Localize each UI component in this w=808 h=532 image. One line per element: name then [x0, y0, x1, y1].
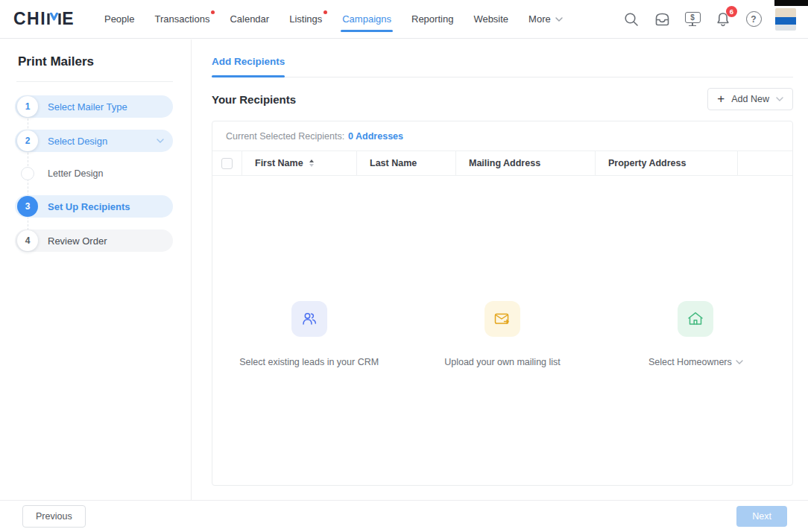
column-header-mailing-address: Mailing Address	[456, 151, 596, 175]
selected-recipients-info: Current Selected Recipients: 0 Addresses	[212, 121, 792, 151]
notification-dot	[323, 10, 327, 14]
home-icon	[678, 301, 713, 337]
nav-menu: People Transactions Calendar Listings Ca…	[104, 0, 563, 39]
column-label: First Name	[255, 158, 303, 168]
billing-monitor-icon[interactable]: $	[684, 10, 701, 28]
column-label: Last Name	[370, 158, 417, 168]
step-select-mailer-type[interactable]: 1 Select Mailer Type	[15, 95, 173, 118]
previous-button[interactable]: Previous	[22, 505, 86, 528]
step-label: Select Mailer Type	[48, 101, 127, 113]
nav-label: Campaigns	[342, 13, 391, 25]
substep-circle	[21, 167, 34, 180]
wizard-stepper: 1 Select Mailer Type 2 Select Design Let…	[15, 95, 173, 252]
chevron-down-icon	[736, 360, 743, 364]
plus-icon: +	[717, 92, 725, 105]
step-select-design[interactable]: 2 Select Design	[15, 130, 173, 152]
nav-toolbar: $ 6 ?	[622, 8, 796, 31]
step-label: Set Up Recipients	[48, 201, 130, 212]
dollar-glyph: $	[690, 13, 695, 22]
add-new-button[interactable]: + Add New	[707, 88, 793, 110]
avatar[interactable]	[775, 8, 796, 31]
page-title: Print Mailers	[18, 54, 173, 69]
step-number: 3	[17, 196, 38, 217]
tab-bar: Add Recipients	[212, 39, 793, 77]
addresses-count-link[interactable]: 0 Addresses	[348, 131, 403, 142]
column-header-filler	[738, 151, 792, 175]
question-glyph: ?	[751, 14, 756, 25]
chime-logo[interactable]: CHI E	[13, 9, 75, 29]
nav-item-transactions[interactable]: Transactions	[154, 0, 209, 39]
chevron-down-icon	[157, 139, 164, 143]
option-label: Select Homeowners	[648, 357, 743, 367]
top-navbar: CHI E People Transactions Calendar Listi…	[0, 0, 808, 39]
nav-label: Website	[473, 13, 508, 25]
column-header-first-name[interactable]: First Name	[242, 151, 357, 175]
print-mailers-sidebar: Print Mailers 1 Select Mailer Type 2 Sel…	[0, 39, 192, 500]
chevron-down-icon	[555, 17, 563, 22]
tab-add-recipients[interactable]: Add Recipients	[212, 56, 285, 77]
search-icon[interactable]	[622, 10, 640, 28]
nav-label: Transactions	[154, 13, 209, 25]
step-review-order[interactable]: 4 Review Order	[15, 229, 173, 252]
nav-label: Listings	[289, 13, 322, 25]
table-header-row: First Name Last Name Mailing Address Pro…	[212, 151, 792, 176]
nav-item-people[interactable]: People	[104, 0, 134, 39]
option-label: Select existing leads in your CRM	[239, 357, 379, 367]
window-corner-bar	[774, 0, 808, 6]
logo-text-right: E	[62, 9, 75, 29]
substep-letter-design[interactable]: Letter Design	[15, 164, 173, 183]
wizard-footer: Previous Next	[0, 500, 808, 532]
sort-icon[interactable]	[309, 159, 314, 167]
option-label: Upload your own mailing list	[444, 357, 561, 367]
chevron-down-icon	[776, 97, 783, 101]
column-header-last-name: Last Name	[357, 151, 456, 175]
header-checkbox-cell	[212, 151, 242, 175]
column-header-property-address: Property Address	[596, 151, 738, 175]
recipients-table: Current Selected Recipients: 0 Addresses…	[212, 121, 793, 486]
step-number: 4	[17, 230, 38, 251]
table-empty-body: Select existing leads in your CRM Upload…	[212, 176, 792, 485]
people-icon	[291, 301, 327, 337]
main-content: Add Recipients Your Recipients + Add New…	[192, 39, 808, 500]
nav-label: People	[104, 13, 134, 25]
info-label: Current Selected Recipients:	[226, 131, 344, 142]
nav-label: More	[528, 13, 551, 25]
nav-item-campaigns[interactable]: Campaigns	[342, 0, 391, 39]
select-all-checkbox[interactable]	[221, 158, 233, 169]
nav-item-listings[interactable]: Listings	[289, 0, 322, 39]
step-set-up-recipients[interactable]: 3 Set Up Recipients	[15, 195, 173, 218]
nav-item-calendar[interactable]: Calendar	[230, 0, 269, 39]
print-mailers-page: CHI E People Transactions Calendar Listi…	[0, 0, 808, 532]
step-number: 1	[17, 96, 38, 117]
substep-label: Letter Design	[48, 168, 103, 179]
help-icon[interactable]: ?	[745, 10, 763, 28]
next-button[interactable]: Next	[736, 506, 787, 527]
inbox-icon[interactable]	[653, 10, 671, 28]
option-upload-mailing-list[interactable]: Upload your own mailing list	[405, 301, 599, 367]
recipient-source-options: Select existing leads in your CRM Upload…	[212, 301, 792, 367]
nav-item-more[interactable]: More	[528, 0, 563, 39]
divider	[16, 81, 173, 82]
notification-badge: 6	[726, 6, 737, 17]
option-select-homeowners[interactable]: Select Homeowners	[599, 301, 792, 367]
recipients-section-header: Your Recipients + Add New	[212, 77, 793, 121]
nav-label: Reporting	[411, 13, 453, 25]
option-label-text: Select Homeowners	[648, 357, 732, 367]
column-label: Mailing Address	[469, 158, 540, 168]
step-number: 2	[17, 130, 38, 151]
nav-item-website[interactable]: Website	[473, 0, 508, 39]
add-new-label: Add New	[731, 94, 769, 104]
nav-label: Calendar	[230, 13, 269, 25]
bell-icon[interactable]: 6	[714, 10, 732, 28]
envelope-arrow-icon	[485, 301, 520, 337]
option-select-crm-leads[interactable]: Select existing leads in your CRM	[212, 301, 405, 367]
logo-text-left: CHI	[13, 9, 46, 29]
logo-m-mark	[47, 13, 61, 25]
step-label: Review Order	[48, 235, 107, 247]
column-label: Property Address	[608, 158, 686, 168]
section-title: Your Recipients	[212, 93, 296, 106]
step-label: Select Design	[48, 136, 107, 147]
nav-item-reporting[interactable]: Reporting	[411, 0, 453, 39]
notification-dot	[211, 10, 215, 14]
